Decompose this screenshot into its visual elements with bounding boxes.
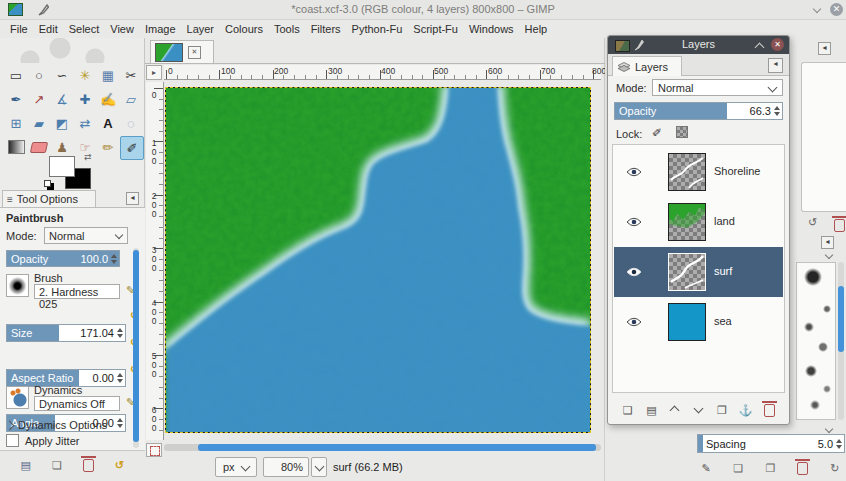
color-picker-tool[interactable]: ↗ xyxy=(28,88,50,110)
layers-tab[interactable]: Layers xyxy=(612,56,682,76)
perspective-tool[interactable]: ◩ xyxy=(51,112,73,134)
layers-tab-menu-button[interactable]: ◂ xyxy=(768,58,783,73)
layer-opacity-down-icon[interactable] xyxy=(774,112,780,116)
zoom-dropdown-button[interactable] xyxy=(311,457,327,477)
new-layer-button[interactable]: ❏ xyxy=(620,402,636,418)
default-colors-icon[interactable] xyxy=(44,180,51,187)
rectangle-select-tool[interactable]: ▭ xyxy=(5,64,27,86)
move-tool[interactable]: ✚ xyxy=(74,88,96,110)
aspect-up-icon[interactable] xyxy=(117,373,123,377)
layer-row-surf[interactable]: surf xyxy=(614,247,783,297)
menu-edit[interactable]: Edit xyxy=(35,21,62,37)
opacity-up-icon[interactable] xyxy=(111,254,117,258)
menu-help[interactable]: Help xyxy=(521,21,552,37)
size-up-icon[interactable] xyxy=(117,328,123,332)
brush-preview-button[interactable] xyxy=(6,274,29,297)
select-by-color-tool[interactable]: ▦ xyxy=(97,64,119,86)
pencil-tool[interactable]: ✏ xyxy=(97,136,119,158)
free-select-tool[interactable]: ∽ xyxy=(51,64,73,86)
angle-down-icon[interactable] xyxy=(117,424,123,428)
ruler-corner-button[interactable]: ▸ xyxy=(146,65,162,80)
apply-jitter-checkbox[interactable] xyxy=(6,434,19,447)
new-group-button[interactable]: ▤ xyxy=(643,402,659,418)
reset-options-button[interactable]: ↺ xyxy=(111,458,127,474)
menu-filters[interactable]: Filters xyxy=(307,21,345,37)
save-options-button[interactable]: ▤ xyxy=(18,458,34,474)
visibility-eye-icon[interactable] xyxy=(626,317,642,327)
dock-refresh-icon[interactable]: ↺ xyxy=(808,216,817,229)
opacity-slider[interactable]: Opacity 100.0 xyxy=(6,250,120,267)
menu-python-fu[interactable]: Python-Fu xyxy=(348,21,407,37)
ink-tool[interactable]: ✍ xyxy=(97,88,119,110)
spacing-collapse-icon[interactable] xyxy=(825,425,833,433)
edit-brush-button[interactable]: ✎ xyxy=(698,461,714,477)
menu-image[interactable]: Image xyxy=(141,21,180,37)
layer-row-shoreline[interactable]: Shoreline xyxy=(614,147,783,197)
menu-layer[interactable]: Layer xyxy=(183,21,219,37)
apply-jitter-row[interactable]: Apply Jitter xyxy=(6,434,79,447)
tool-options-scrollbar[interactable] xyxy=(133,248,139,448)
canvas-viewport[interactable] xyxy=(165,87,591,433)
duplicate-brush-button[interactable]: ❐ xyxy=(762,461,778,477)
lock-paint-icon[interactable]: ✐ xyxy=(652,126,662,140)
layer-row-land[interactable]: land xyxy=(614,197,783,247)
measure-tool[interactable]: ∡ xyxy=(51,88,73,110)
menu-view[interactable]: View xyxy=(106,21,138,37)
duplicate-layer-button[interactable]: ❐ xyxy=(714,402,730,418)
paintbrush-tool[interactable]: ✐ xyxy=(120,136,144,160)
new-brush-button[interactable]: ❏ xyxy=(730,461,746,477)
lower-layer-button[interactable] xyxy=(690,402,706,418)
visibility-eye-icon[interactable] xyxy=(626,267,642,277)
right-dock-menu-button[interactable]: ◂ xyxy=(818,42,831,55)
anchor-layer-button[interactable]: ⚓ xyxy=(738,402,754,418)
opacity-down-icon[interactable] xyxy=(111,260,117,264)
delete-options-button[interactable] xyxy=(80,458,96,474)
lock-alpha-icon[interactable] xyxy=(676,126,688,138)
window-close-button[interactable]: ✕ xyxy=(830,3,843,16)
refresh-brushes-button[interactable]: ↻ xyxy=(827,461,843,477)
visibility-eye-icon[interactable] xyxy=(626,217,642,227)
aspect-down-icon[interactable] xyxy=(117,379,123,383)
dynamics-preview-button[interactable] xyxy=(6,386,29,409)
angle-up-icon[interactable] xyxy=(117,418,123,422)
visibility-eye-icon[interactable] xyxy=(626,167,642,177)
dynamics-options-expander[interactable]: Dynamics Options xyxy=(6,419,107,431)
layers-dialog-titlebar[interactable]: Layers ✕ xyxy=(608,36,789,54)
menu-select[interactable]: Select xyxy=(65,21,104,37)
dock-delete-button[interactable] xyxy=(831,217,846,233)
menu-script-fu[interactable]: Script-Fu xyxy=(409,21,462,37)
image-tab-close-button[interactable]: ✕ xyxy=(188,46,201,59)
menu-tools[interactable]: Tools xyxy=(270,21,304,37)
unit-select[interactable]: px xyxy=(215,457,257,477)
ellipse-select-tool[interactable]: ○ xyxy=(28,64,50,86)
layer-opacity-slider[interactable]: Opacity 66.3 xyxy=(614,102,783,120)
horizontal-scrollbar[interactable] xyxy=(164,444,601,451)
tool-options-tab[interactable]: ≡ Tool Options xyxy=(2,190,96,207)
eraser-tool[interactable] xyxy=(28,136,50,158)
clone-tool[interactable]: ♟ xyxy=(51,136,73,158)
layer-thumbnail-sea[interactable] xyxy=(668,303,706,341)
zoom-input[interactable]: 80% xyxy=(263,457,309,477)
spacing-down-icon[interactable] xyxy=(836,445,842,449)
layer-name[interactable]: surf xyxy=(714,265,732,277)
delete-layer-button[interactable] xyxy=(761,402,777,418)
brush-input[interactable]: 2. Hardness 025 xyxy=(34,284,120,299)
image-tab[interactable]: ✕ xyxy=(150,40,214,63)
brushes-panel[interactable] xyxy=(796,262,836,420)
size-slider[interactable]: Size 171.04 xyxy=(6,324,126,342)
layer-mode-select[interactable]: Normal xyxy=(652,79,783,96)
dialog-close-button[interactable]: ✕ xyxy=(771,38,784,51)
dynamics-input[interactable]: Dynamics Off xyxy=(34,396,120,411)
layer-name[interactable]: land xyxy=(714,215,735,227)
flip-tool[interactable]: ⇄ xyxy=(74,112,96,134)
gradient-tool[interactable] xyxy=(5,136,27,158)
text-tool[interactable]: A xyxy=(97,112,119,134)
layer-opacity-up-icon[interactable] xyxy=(774,106,780,110)
crop-tool[interactable]: ▱ xyxy=(120,88,142,110)
menu-colours[interactable]: Colours xyxy=(221,21,267,37)
unified-transform-tool[interactable]: ⊞ xyxy=(5,112,27,134)
brushes-menu-button[interactable]: ◂ xyxy=(821,236,834,249)
brushes-collapse-icon[interactable] xyxy=(825,251,833,259)
swap-colors-icon[interactable]: ⇄ xyxy=(84,152,92,162)
fuzzy-select-tool[interactable]: ✳ xyxy=(74,64,96,86)
